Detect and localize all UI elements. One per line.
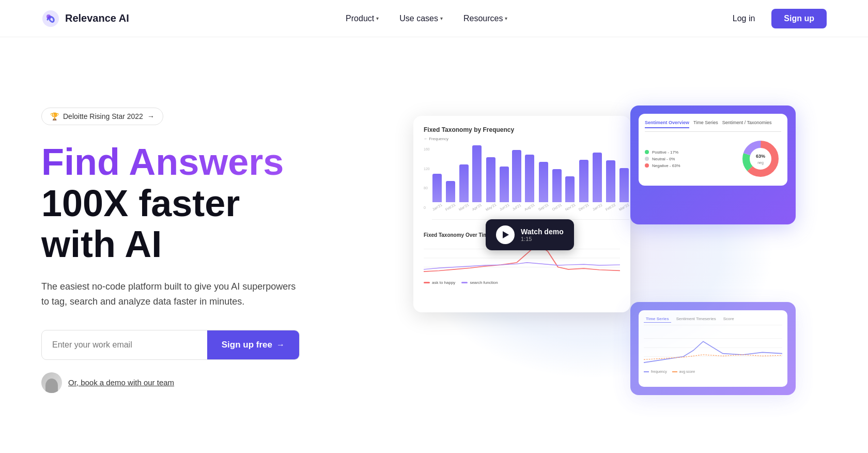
bar-1 [446, 181, 455, 202]
legend-item-2: search function [461, 280, 498, 285]
score-label: avg score [679, 370, 695, 373]
positive-label: Positive - 17% [652, 150, 678, 155]
watch-demo-button[interactable]: Watch demo 1:15 [486, 219, 574, 250]
headline-wrapper: Find Answers 100X faster with AI [41, 142, 362, 265]
timeseries-card: Time Series Sentiment Timeseries Score [630, 302, 796, 395]
ts-legend-freq: frequency [644, 370, 667, 373]
legend-color-1 [424, 282, 430, 283]
bar-group-10: Nov'21 [565, 176, 576, 209]
award-badge[interactable]: 🏆 Deloitte Rising Star 2022 → [41, 108, 163, 125]
tab-time-series[interactable]: Time Series [693, 120, 718, 128]
ts-legend: frequency avg score [644, 370, 782, 373]
watch-demo-label: Watch demo [521, 228, 564, 236]
sentiment-legend: Positive - 17% Neutral - 0% Negative - 6… [645, 150, 732, 168]
timeseries-card-inner: Time Series Sentiment Timeseries Score [639, 310, 787, 387]
ts-legend-score: avg score [672, 370, 695, 373]
y-axis-label: ← Frequency [424, 137, 448, 141]
svg-text:63%: 63% [756, 154, 765, 159]
bar-label-12: Jan'22 [592, 203, 602, 211]
bar-group-11: Dec'21 [578, 160, 590, 209]
svg-point-8 [750, 148, 771, 169]
legend-label-2: search function [470, 280, 498, 285]
bar-group-7: Aug'21 [524, 155, 535, 209]
nav-resources[interactable]: Resources ▾ [455, 10, 516, 27]
yaxis-mid: 120 [424, 167, 430, 171]
main-chart-card: Fixed Taxonomy by Frequency ← Frequency … [413, 116, 630, 312]
bar-13 [606, 160, 615, 202]
bar-group-9: Oct'21 [552, 169, 562, 209]
bar-label-10: Nov'21 [564, 203, 576, 212]
sentiment-content: Positive - 17% Neutral - 0% Negative - 6… [645, 138, 781, 179]
bar-group-2: Mar'21 [458, 164, 469, 209]
main-chart-subtitle: ← Frequency [424, 135, 620, 141]
book-demo-link[interactable]: Or, book a demo with our team [68, 378, 174, 387]
freq-color [644, 371, 649, 372]
avatar [41, 372, 62, 393]
nav-use-cases[interactable]: Use cases ▾ [391, 10, 451, 27]
headline-line1: Find Answers [41, 142, 362, 183]
bar-label-4: May'21 [485, 203, 497, 212]
yaxis-high: 160 [424, 147, 430, 151]
legend-negative: Negative - 63% [645, 163, 732, 168]
bar-label-0: Jan'21 [431, 203, 442, 211]
sentiment-tabs: Sentiment Overview Time Series Sentiment… [645, 120, 781, 132]
bar-label-6: Jul'21 [512, 203, 522, 211]
logo-link[interactable]: Relevance AI [41, 9, 129, 28]
legend-neutral: Neutral - 0% [645, 157, 732, 161]
timeseries-tabs: Time Series Sentiment Timeseries Score [644, 315, 782, 325]
bar-4 [486, 157, 495, 202]
bar-6 [512, 150, 521, 202]
hero-section: 🏆 Deloitte Rising Star 2022 → Find Answe… [0, 37, 868, 453]
tab-ts-timeseries[interactable]: Time Series [644, 315, 671, 323]
legend-label-1: ask to happy [432, 280, 455, 285]
nav-center: Product ▾ Use cases ▾ Resources ▾ [337, 10, 516, 27]
nav-product[interactable]: Product ▾ [337, 10, 387, 27]
bar-label-14: Mar'22 [618, 203, 630, 212]
brand-name: Relevance AI [65, 12, 129, 24]
email-input[interactable] [42, 330, 207, 359]
bar-14 [619, 168, 629, 202]
signup-free-button[interactable]: Sign up free → [207, 330, 299, 359]
bar-group-0: Jan'21 [432, 174, 442, 209]
yaxis-low: 80 [424, 186, 430, 190]
main-chart-title: Fixed Taxonomy by Frequency [424, 126, 620, 133]
navbar: Relevance AI Product ▾ Use cases ▾ Resou… [0, 0, 868, 37]
headline-line2: 100X faster [41, 183, 362, 224]
bar-group-8: Sep'21 [538, 162, 549, 209]
dashboard-mockup: Fixed Taxonomy by Frequency ← Frequency … [393, 95, 796, 405]
chevron-down-icon: ▾ [440, 16, 443, 21]
svg-point-0 [42, 10, 59, 27]
login-button[interactable]: Log in [724, 10, 764, 27]
bar-label-1: Feb'21 [445, 203, 456, 212]
bar-label-3: Apr'21 [472, 203, 483, 211]
badge-text: Deloitte Rising Star 2022 [63, 112, 143, 120]
tab-sentiment-taxonomies[interactable]: Sentiment / Taxonomies [722, 120, 772, 128]
bar-10 [565, 176, 575, 202]
yaxis-zero: 0 [424, 206, 430, 209]
tab-ts-score[interactable]: Score [721, 315, 736, 323]
legend-positive: Positive - 17% [645, 150, 732, 155]
chevron-down-icon: ▾ [376, 16, 379, 21]
legend-color-2 [461, 282, 468, 283]
bar-11 [579, 160, 588, 203]
bar-group-5: Jun'21 [499, 167, 509, 209]
bar-label-2: Mar'21 [458, 203, 470, 212]
chevron-down-icon: ▾ [505, 16, 507, 21]
chart-container: 160 120 80 0 Jan'21Feb'21Mar'21Apr'21May… [424, 147, 620, 228]
signup-button[interactable]: Sign up [771, 9, 827, 28]
bar-label-11: Dec'21 [578, 203, 590, 212]
bar-group-3: Apr'21 [472, 145, 482, 209]
bar-0 [432, 174, 442, 202]
cta-label: Sign up free [222, 340, 272, 350]
negative-label: Negative - 63% [652, 163, 680, 168]
svg-point-1 [47, 14, 51, 19]
tab-sentiment-overview[interactable]: Sentiment Overview [645, 120, 689, 128]
legend-item-1: ask to happy [424, 280, 455, 285]
tab-ts-sentiment[interactable]: Sentiment Timeseries [674, 315, 718, 323]
bar-8 [539, 162, 548, 202]
bar-label-13: Feb'22 [605, 203, 616, 212]
freq-label: frequency [651, 370, 667, 373]
play-triangle-icon [503, 231, 509, 238]
nav-product-label: Product [346, 14, 374, 23]
book-demo-row: Or, book a demo with our team [41, 372, 362, 393]
